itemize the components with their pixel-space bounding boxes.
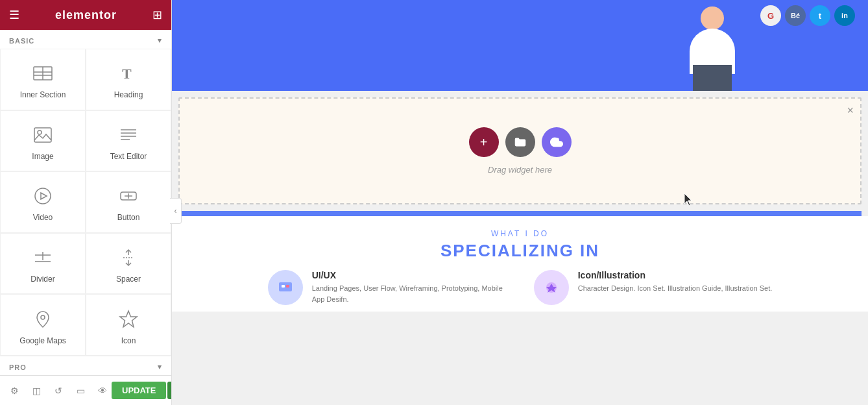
panel-header: ☰ elementor ⊞ (0, 0, 171, 30)
uiux-icon-circle (268, 270, 303, 305)
hero-section: G Bé t in (172, 0, 868, 91)
illustration-title: Icon/Illustration (578, 270, 773, 280)
svg-point-25 (557, 138, 559, 141)
uiux-title: UI/UX (312, 270, 514, 280)
map-icon (31, 308, 54, 331)
settings-icon[interactable]: ⚙ (5, 382, 23, 400)
service-card-uiux: UI/UX Landing Pages, User Flow, Wirefram… (268, 270, 514, 305)
widget-inner-section-label: Inner Section (20, 90, 66, 99)
svg-point-6 (38, 130, 42, 134)
history-icon[interactable]: ↺ (49, 382, 67, 400)
widget-inner-section[interactable]: Inner Section (0, 49, 86, 110)
image-icon (31, 123, 54, 147)
drop-zone-close-button[interactable]: × (847, 104, 854, 117)
layers-icon[interactable]: ◫ (27, 382, 45, 400)
widget-heading-label: Heading (114, 90, 143, 99)
widget-heading[interactable]: T Heading (86, 49, 171, 110)
widget-spacer[interactable]: Spacer (86, 233, 171, 295)
widget-spacer-label: Spacer (116, 275, 141, 284)
heading-icon: T (117, 62, 140, 85)
widget-button[interactable]: Button (86, 171, 171, 233)
services-row: UI/UX Landing Pages, User Flow, Wirefram… (178, 270, 862, 305)
widget-icon[interactable]: Icon (86, 294, 171, 356)
bottom-icons: ⚙ ◫ ↺ ▭ 👁 (5, 382, 112, 400)
service-card-illustration: Icon/Illustration Character Design. Icon… (534, 270, 773, 305)
svg-rect-27 (282, 285, 285, 288)
hero-person (673, 0, 751, 91)
what-i-do-title: SPECIALIZING IN (178, 241, 862, 261)
icon-icon (117, 308, 140, 331)
drag-widget-text: Drag widget here (488, 165, 552, 175)
person-left-leg (693, 65, 712, 91)
widget-button-label: Button (117, 213, 140, 222)
panel-collapse-arrow[interactable]: ‹ (170, 198, 182, 224)
widget-icon-label: Icon (121, 336, 136, 345)
folder-button[interactable] (505, 127, 535, 157)
widget-image-label: Image (32, 152, 53, 161)
spacer-icon (117, 246, 140, 269)
update-button[interactable]: UPDATE (112, 382, 166, 399)
svg-text:T: T (122, 66, 132, 82)
svg-rect-26 (279, 282, 292, 291)
person-head (701, 6, 724, 30)
text-editor-icon (117, 123, 140, 147)
person-right-leg (712, 65, 732, 91)
basic-label: BASIC (9, 37, 34, 45)
hamburger-icon[interactable]: ☰ (9, 8, 19, 22)
divider-icon (31, 246, 54, 269)
svg-rect-28 (286, 285, 289, 288)
add-widget-button[interactable]: + (469, 127, 499, 157)
basic-section-label: BASIC ▾ (0, 30, 171, 49)
uiux-desc: Landing Pages, User Flow, Wireframing, P… (312, 283, 514, 304)
svg-point-23 (41, 315, 45, 319)
social-twitter-icon[interactable]: t (810, 5, 830, 26)
inner-section-icon (31, 62, 54, 85)
elementor-logo: elementor (55, 8, 117, 22)
uiux-text: UI/UX Landing Pages, User Flow, Wirefram… (312, 270, 514, 304)
button-icon (117, 184, 140, 208)
blue-separator (178, 211, 862, 216)
illustration-text: Icon/Illustration Character Design. Icon… (578, 270, 773, 294)
update-button-group: UPDATE ▲ (112, 382, 172, 399)
illustration-desc: Character Design. Icon Set. Illustration… (578, 283, 773, 294)
social-icons-bar: G Bé t in (760, 5, 855, 26)
widget-google-maps-label: Google Maps (19, 336, 66, 345)
widget-divider-label: Divider (30, 275, 54, 284)
main-canvas: G Bé t in × + Drag widget here (172, 0, 868, 405)
cloud-button[interactable] (542, 127, 572, 157)
widget-video-label: Video (33, 213, 53, 222)
widget-text-editor[interactable]: Text Editor (86, 110, 171, 172)
pro-section-label: PRO ▾ (0, 356, 171, 375)
widget-google-maps[interactable]: Google Maps (0, 294, 86, 356)
grid-icon[interactable]: ⊞ (152, 8, 162, 22)
what-i-do-section: WHAT I DO SPECIALIZING IN UI/UX Landing … (172, 216, 868, 312)
responsive-icon[interactable]: ▭ (71, 382, 90, 400)
drop-zone-buttons: + (469, 127, 572, 157)
widget-text-editor-label: Text Editor (110, 152, 147, 161)
svg-marker-12 (41, 193, 47, 199)
drop-zone: × + Drag widget here (178, 97, 862, 204)
left-panel: ☰ elementor ⊞ BASIC ▾ Inner Section (0, 0, 172, 405)
social-linkedin-icon[interactable]: in (834, 5, 855, 26)
what-i-do-subtitle: WHAT I DO (178, 229, 862, 238)
widget-divider[interactable]: Divider (0, 233, 86, 295)
preview-icon[interactable]: 👁 (93, 382, 112, 400)
pro-label: PRO (9, 363, 27, 371)
widgets-grid: Inner Section T Heading Image (0, 49, 171, 356)
social-behance-icon[interactable]: Bé (785, 5, 806, 26)
panel-bottom: ⚙ ◫ ↺ ▭ 👁 UPDATE ▲ (0, 375, 171, 405)
video-icon (31, 184, 54, 208)
svg-point-11 (35, 188, 51, 204)
widget-video[interactable]: Video (0, 171, 86, 233)
basic-chevron[interactable]: ▾ (158, 36, 162, 45)
widget-image[interactable]: Image (0, 110, 86, 172)
svg-rect-5 (34, 128, 51, 142)
pro-chevron[interactable]: ▾ (158, 363, 162, 371)
illustration-icon-circle (534, 270, 569, 305)
social-google-icon[interactable]: G (760, 5, 781, 26)
svg-marker-24 (120, 311, 137, 327)
